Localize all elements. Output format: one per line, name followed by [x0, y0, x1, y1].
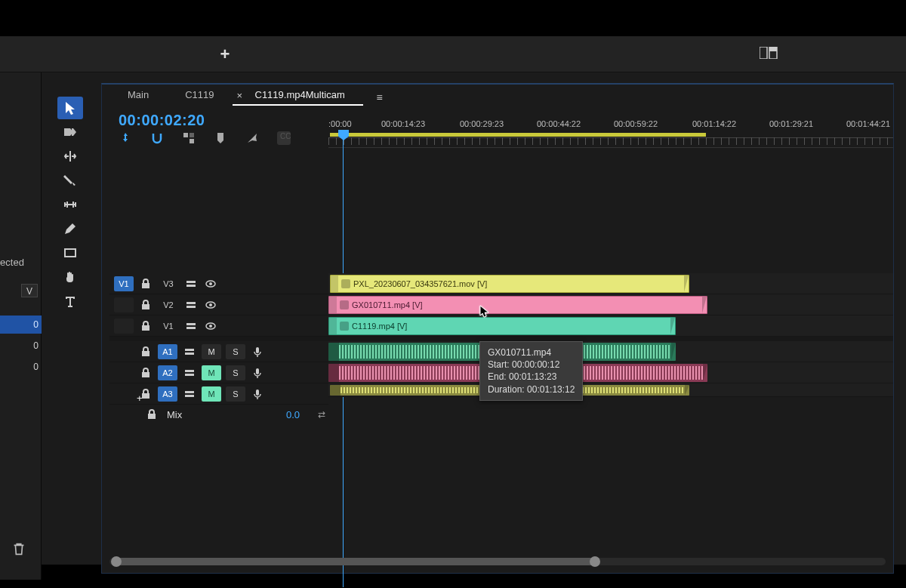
track-select-forward-tool[interactable]	[57, 121, 83, 143]
svg-rect-15	[186, 323, 196, 325]
scrollbar-knob-left[interactable]	[111, 556, 122, 567]
clip-pxl[interactable]: PXL_20230607_034357621.mov [V]	[330, 275, 689, 293]
sequence-tab-multicam[interactable]: × C1119.mp4Multicam ≡	[233, 86, 363, 106]
add-panel-button[interactable]: +	[211, 44, 239, 65]
project-row[interactable]: 0	[0, 337, 42, 355]
sequence-tab-c1119[interactable]: C1119	[167, 86, 232, 106]
hand-tool[interactable]	[57, 266, 83, 288]
clip-gx010711[interactable]: GX010711.mp4 [V]	[328, 296, 707, 314]
playhead-timecode[interactable]: 00:00:02:20	[119, 112, 205, 129]
eye-icon[interactable]	[203, 276, 218, 291]
lock-icon[interactable]	[138, 297, 153, 312]
mute-button-active[interactable]: M	[202, 365, 221, 380]
ruler-tick: 00:01:44:21	[846, 119, 890, 128]
lane-a2[interactable]	[328, 362, 893, 383]
svg-rect-2	[769, 47, 777, 51]
clip-c1119[interactable]: C1119.mp4 [V]	[328, 317, 676, 335]
project-row[interactable]: 0	[0, 358, 42, 376]
timeline-lanes[interactable]: PXL_20230607_034357621.mov [V] GX010711.…	[328, 273, 893, 397]
source-patch-empty[interactable]	[114, 319, 134, 334]
project-row-selected[interactable]: 0	[0, 316, 42, 334]
rectangle-tool[interactable]	[57, 242, 83, 264]
track-header-v2[interactable]: V2	[109, 294, 328, 316]
track-header-v3[interactable]: V1 V3	[109, 273, 328, 294]
solo-button[interactable]: S	[226, 386, 245, 402]
sync-lock-icon[interactable]	[182, 344, 197, 359]
tooltip-start: 00:00:00:12	[512, 359, 559, 370]
project-column-header[interactable]: V	[21, 284, 38, 297]
voiceover-icon[interactable]	[250, 386, 265, 402]
track-header-a2[interactable]: A2 M S	[109, 362, 328, 383]
type-tool[interactable]	[57, 290, 83, 312]
source-patch-v1[interactable]: V1	[114, 276, 134, 291]
fx-icon[interactable]: ⇄	[318, 409, 325, 420]
pen-tool[interactable]	[57, 217, 83, 240]
lock-icon[interactable]	[144, 407, 159, 422]
sync-lock-icon[interactable]	[182, 365, 197, 380]
audio-target-a2[interactable]: A2	[158, 365, 177, 380]
svg-rect-7	[186, 281, 196, 283]
sequence-tab-main[interactable]: Main	[109, 86, 167, 106]
lock-icon[interactable]	[138, 276, 153, 291]
audio-target-a1[interactable]: A1	[158, 344, 177, 359]
mute-button-active[interactable]: M	[202, 386, 221, 402]
sync-lock-icon[interactable]	[183, 319, 199, 334]
track-header-a1[interactable]: A1 M S	[109, 341, 328, 362]
eye-icon[interactable]	[203, 319, 218, 334]
captions-icon[interactable]: CC	[277, 131, 291, 145]
lock-icon[interactable]	[138, 344, 153, 359]
sync-lock-icon[interactable]	[182, 386, 197, 402]
timeline-horizontal-scrollbar[interactable]	[109, 558, 886, 565]
ruler-tick: :00:00	[328, 119, 352, 128]
mix-label: Mix	[167, 409, 182, 420]
ripple-edit-tool[interactable]	[57, 145, 83, 168]
sync-lock-icon[interactable]	[183, 297, 199, 312]
scrollbar-knob-right[interactable]	[590, 556, 600, 567]
mix-track-header[interactable]: Mix 0.0 ⇄	[109, 405, 328, 424]
solo-button[interactable]: S	[226, 344, 245, 359]
lane-v3[interactable]: PXL_20230607_034357621.mov [V]	[328, 273, 893, 294]
voiceover-icon[interactable]	[250, 344, 265, 359]
ruler-tick: 00:00:29:23	[460, 119, 504, 128]
sync-lock-icon[interactable]	[183, 276, 199, 291]
settings-icon[interactable]	[245, 131, 259, 145]
lane-a3[interactable]	[328, 383, 893, 397]
ruler-tick: 00:01:14:22	[692, 119, 736, 128]
toolbar	[53, 97, 87, 580]
tooltip-file: GX010711.mp4	[488, 346, 575, 359]
audio-target-a3[interactable]: A3	[158, 386, 177, 402]
tooltip-start-label: Start:	[488, 359, 510, 370]
lock-icon[interactable]	[138, 365, 153, 380]
mute-button[interactable]: M	[202, 344, 221, 359]
work-area-bar[interactable]	[330, 133, 706, 137]
scrollbar-thumb[interactable]	[116, 558, 595, 565]
lane-a1[interactable]	[328, 341, 893, 362]
clip-tooltip: GX010711.mp4 Start: 00:00:00:12 End: 00:…	[479, 341, 583, 401]
panel-menu-icon[interactable]: ≡	[377, 91, 383, 103]
tooltip-end-label: End:	[488, 371, 507, 382]
panel-layout-icon[interactable]	[760, 47, 778, 59]
linked-selection-icon[interactable]	[182, 131, 196, 145]
svg-rect-3	[65, 249, 76, 257]
solo-button[interactable]: S	[226, 365, 245, 380]
lock-icon[interactable]	[138, 319, 153, 334]
time-ruler[interactable]: :00:00 00:00:14:23 00:00:29:23 00:00:44:…	[328, 119, 893, 148]
slip-tool[interactable]	[57, 193, 83, 216]
track-header-v1[interactable]: V1	[109, 316, 328, 337]
svg-rect-4	[183, 133, 188, 137]
eye-icon[interactable]	[203, 297, 218, 312]
add-track-icon[interactable]: +	[137, 393, 143, 404]
mix-value[interactable]: 0.0	[286, 409, 300, 420]
voiceover-icon[interactable]	[250, 365, 265, 380]
selection-tool[interactable]	[57, 97, 83, 119]
lane-v1[interactable]: C1119.mp4 [V]	[328, 316, 893, 337]
razor-tool[interactable]	[57, 169, 83, 192]
marker-icon[interactable]	[214, 131, 227, 145]
lane-v2[interactable]: GX010711.mp4 [V]	[328, 294, 893, 316]
close-icon[interactable]: ×	[237, 90, 243, 101]
source-patch-empty[interactable]	[114, 297, 134, 312]
clip-fx-icon	[341, 279, 350, 288]
insert-overwrite-icon[interactable]	[119, 131, 132, 145]
trash-icon[interactable]	[11, 540, 27, 557]
snap-icon[interactable]	[150, 131, 164, 145]
